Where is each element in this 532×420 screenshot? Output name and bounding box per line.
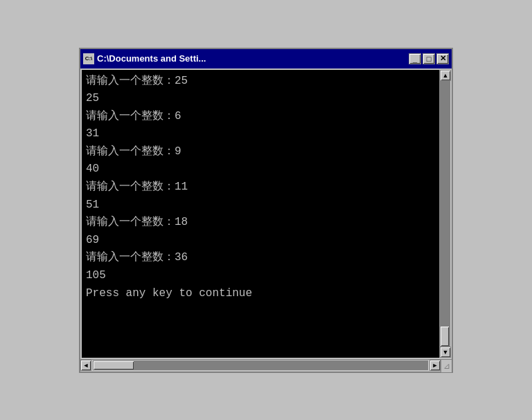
console-line: 51 [86, 197, 435, 214]
console-line: 105 [86, 267, 435, 285]
console-line: 请输入一个整数：36 [86, 249, 435, 267]
console-line: 请输入一个整数：11 [86, 179, 435, 197]
console-area: 请输入一个整数：2525请输入一个整数：631请输入一个整数：940请输入一个整… [82, 70, 439, 358]
scroll-right-button[interactable]: ► [429, 360, 441, 371]
console-line: 请输入一个整数：9 [86, 143, 435, 161]
console-line: 请输入一个整数：25 [86, 73, 435, 91]
console-line: 31 [86, 125, 435, 143]
title-bar: C:\ C:\Documents and Setti... _ □ ✕ [80, 49, 452, 69]
minimize-button[interactable]: _ [409, 53, 421, 64]
scroll-thumb-horizontal[interactable] [93, 360, 134, 370]
scroll-track-horizontal [93, 360, 428, 370]
title-bar-buttons: _ □ ✕ [409, 53, 449, 64]
scroll-up-button[interactable]: ▲ [440, 70, 451, 81]
console-line: 请输入一个整数：18 [86, 214, 435, 232]
window-body: 请输入一个整数：2525请输入一个整数：631请输入一个整数：940请输入一个整… [80, 69, 452, 359]
console-line: 25 [86, 90, 435, 108]
scroll-thumb-vertical[interactable] [440, 326, 450, 347]
console-line: 请输入一个整数：6 [86, 108, 435, 126]
scroll-down-button[interactable]: ▼ [440, 347, 451, 358]
horizontal-scrollbar-container: ◄ ► ⊿ [80, 359, 452, 372]
cmd-window: C:\ C:\Documents and Setti... _ □ ✕ 请输入一… [79, 48, 453, 373]
title-bar-text: C:\Documents and Setti... [97, 53, 406, 64]
close-button[interactable]: ✕ [436, 53, 449, 64]
window-icon: C:\ [83, 53, 94, 64]
console-line: 69 [86, 232, 435, 250]
vertical-scrollbar[interactable]: ▲ ▼ [439, 70, 450, 358]
scroll-track-vertical [440, 81, 450, 347]
horizontal-scrollbar[interactable]: ◄ ► [80, 360, 441, 372]
console-content: 请输入一个整数：2525请输入一个整数：631请输入一个整数：940请输入一个整… [82, 70, 439, 358]
scroll-left-button[interactable]: ◄ [80, 360, 91, 371]
console-line: Press any key to continue [86, 285, 435, 303]
maximize-button[interactable]: □ [423, 53, 435, 64]
console-line: 40 [86, 161, 435, 179]
resize-corner: ⊿ [441, 360, 452, 372]
